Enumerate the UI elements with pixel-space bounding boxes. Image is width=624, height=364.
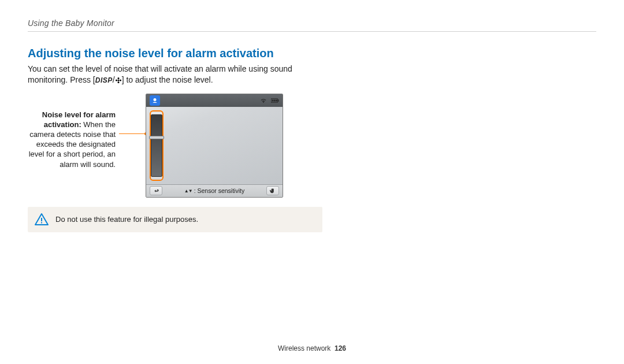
body-prefix: monitoring. Press [ (28, 75, 95, 84)
screen-bottombar: ▲▼ : Sensor sensitivity (146, 184, 283, 197)
sensor-sensitivity-label: : Sensor sensitivity (194, 187, 245, 194)
page-footer: Wireless network 126 (0, 344, 624, 352)
body-suffix: ] to adjust the noise level. (122, 75, 213, 84)
slider-thumb[interactable] (149, 136, 164, 139)
status-icons (259, 97, 279, 104)
updown-arrows-icon: ▲▼ (184, 188, 192, 194)
svg-rect-8 (272, 99, 274, 101)
manual-page: Using the Baby Monitor Adjusting the noi… (0, 0, 624, 364)
body-paragraph: You can set the level of noise that will… (28, 64, 322, 86)
svg-rect-10 (276, 99, 277, 101)
slider-track (151, 114, 162, 177)
section-heading: Adjusting the noise level for alarm acti… (28, 47, 596, 60)
back-button[interactable] (150, 186, 162, 195)
warning-note: Do not use this feature for illegal purp… (28, 207, 322, 232)
warning-icon (35, 213, 49, 226)
bottombar-label-group: ▲▼ : Sensor sensitivity (184, 187, 244, 194)
body-line-1: You can set the level of noise that will… (28, 64, 292, 73)
callout-text: Noise level for alarm activation: When t… (28, 94, 119, 169)
svg-point-2 (117, 81, 119, 83)
svg-rect-7 (278, 99, 279, 101)
footer-section-label: Wireless network (278, 344, 330, 352)
svg-point-5 (154, 98, 157, 101)
callout-leader-line (119, 133, 146, 134)
camera-screen: ▲▼ : Sensor sensitivity (146, 94, 283, 198)
body-line-2: monitoring. Press [DISP/] to adjust the … (28, 75, 213, 84)
figure-row: Noise level for alarm activation: When t… (28, 94, 596, 198)
svg-point-1 (117, 77, 119, 79)
svg-rect-12 (41, 222, 42, 223)
baby-monitor-mode-icon (150, 95, 160, 106)
warning-text: Do not use this feature for illegal purp… (55, 215, 198, 224)
svg-rect-9 (274, 99, 276, 101)
back-icon (153, 188, 159, 194)
breadcrumb: Using the Baby Monitor (28, 18, 596, 32)
hand-button[interactable] (266, 186, 279, 195)
svg-point-4 (120, 79, 121, 81)
noise-level-slider[interactable] (150, 110, 164, 181)
svg-point-3 (116, 79, 117, 81)
battery-icon (271, 97, 279, 104)
disp-button-label: DISP (95, 76, 113, 84)
page-number: 126 (335, 344, 346, 352)
screen-topbar (146, 94, 283, 107)
wifi-icon (259, 97, 268, 104)
flower-icon (115, 77, 122, 84)
svg-rect-11 (41, 218, 42, 221)
svg-point-0 (117, 79, 119, 81)
hand-icon (269, 188, 276, 194)
